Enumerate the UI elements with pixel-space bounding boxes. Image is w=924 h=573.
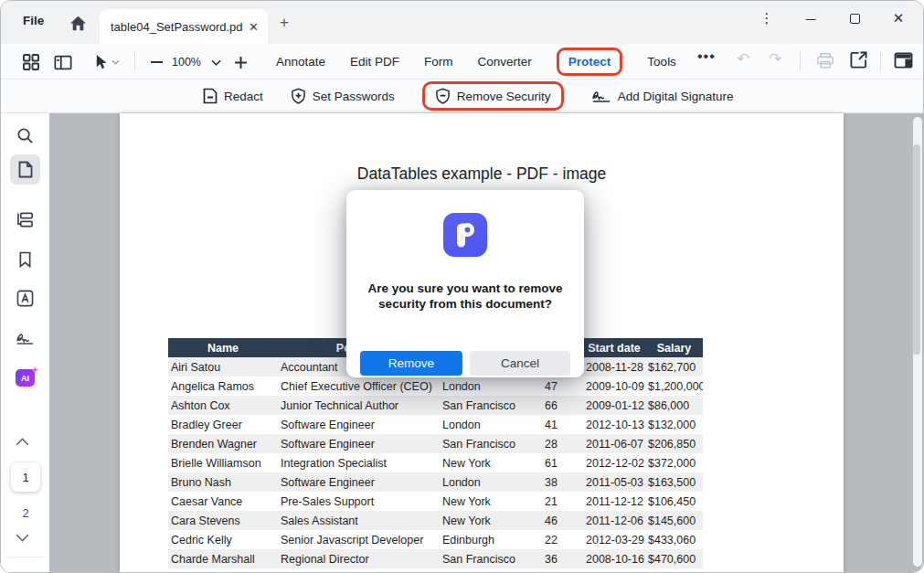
cell-name: Charde Marshall [168,553,278,566]
sidebar-item-thumbnails[interactable] [10,154,40,185]
cell-name: Angelica Ramos [168,380,278,393]
page-number-next[interactable]: 2 [11,502,40,524]
cell-age: 66 [542,399,583,412]
close-window-button[interactable]: ✕ [890,10,907,27]
table-row: Bradley Greer Software Engineer London 4… [168,415,703,434]
chevron-down-icon [211,59,221,66]
undo-icon[interactable]: ↶ [737,49,749,69]
table-row: Charde Marshall Regional Director San Fr… [168,549,703,568]
cell-salary: $433,060 [645,534,703,546]
outline-tree-icon [16,212,34,228]
sidebar-item-signatures[interactable] [10,324,40,354]
shield-minus-icon [435,88,451,104]
table-row: Angelica Ramos Chief Executive Officer (… [168,377,703,396]
cell-name: Brenden Wagner [168,438,278,451]
select-tool-button[interactable] [91,52,122,72]
cell-position: Software Engineer [278,419,440,431]
ai-icon: AI✦ [16,369,35,387]
cell-name: Ashton Cox [168,399,278,412]
shield-plus-icon [291,88,306,104]
signature-icon [16,332,36,345]
tab-protect[interactable]: Protect [557,48,623,76]
remove-security-button[interactable]: Remove Security [422,81,564,111]
sidebar-item-ai-assistant[interactable]: AI✦ [10,363,40,393]
cell-office: San Francisco [440,438,542,451]
file-menu[interactable]: File [23,14,44,27]
chevron-up-icon [16,438,29,446]
sidebar-item-search[interactable] [10,121,40,151]
thumbnail-grid-button[interactable] [20,52,42,72]
redact-label: Redact [224,90,263,103]
sidebar-divider [8,557,43,557]
remove-security-label: Remove Security [457,90,551,103]
redact-button[interactable]: Redact [203,88,263,104]
zoom-dropdown-button[interactable] [208,52,223,72]
cell-name: Bruno Nash [168,476,278,489]
layout-icon [894,52,913,69]
vertical-scrollbar[interactable] [913,117,922,567]
cell-office: San Francisco [440,553,542,566]
tab-close-icon[interactable]: ✕ [249,20,259,34]
previous-page-button[interactable] [16,438,29,446]
tab-title: table04_SetPassword.pdf [111,20,243,34]
zoom-in-button[interactable] [231,52,250,72]
new-tab-button[interactable]: + [280,16,289,29]
more-menu-icon[interactable]: ⋮ [759,10,775,27]
cell-salary: $86,000 [645,399,703,412]
cell-age: 28 [542,438,583,451]
table-row: Bruno Nash Software Engineer London 38 2… [168,472,703,492]
cell-start-date: 2009-01-12 [583,399,645,412]
cell-name: Cara Stevens [168,515,278,527]
protect-toolbar-items: Redact Set Passwords Remove Security Add… [203,80,733,112]
print-button[interactable] [816,52,834,69]
zoom-level[interactable]: 100% [169,56,204,69]
pdfgear-logo [443,213,487,257]
sidebar-toggle-button[interactable] [52,52,74,72]
toolbar-separator [800,52,801,70]
cell-position: Pre-Sales Support [278,495,440,508]
cancel-button[interactable]: Cancel [470,351,570,376]
tab-annotate[interactable]: Annotate [276,55,325,69]
home-button[interactable] [67,13,89,33]
table-row: Cara Stevens Sales Assistant New York 46… [168,511,703,530]
cell-name: Brielle Williamson [168,457,278,470]
redact-icon [203,88,218,104]
share-export-icon [850,51,867,69]
scrollbar-thumb[interactable] [913,144,920,355]
sidebar-item-annotations[interactable] [10,283,40,313]
export-button[interactable] [850,51,867,69]
cell-position: Regional Director [278,553,440,566]
page-number-current[interactable]: 1 [11,462,40,492]
cursor-arrow-icon [94,54,108,70]
more-tools-icon[interactable]: ••• [697,48,716,65]
cell-start-date: 2009-10-09 [583,380,645,393]
document-tab[interactable]: table04_SetPassword.pdf ✕ [100,9,268,44]
toolbar-separator [134,52,135,70]
cell-position: Chief Executive Officer (CEO) [278,380,440,393]
minimize-button[interactable]: ─ [802,11,819,27]
cell-office: London [440,380,542,393]
cell-start-date: 2012-03-29 [583,534,645,546]
tab-edit-pdf[interactable]: Edit PDF [350,55,399,69]
zoom-out-button[interactable] [147,52,165,72]
cell-age: 21 [542,495,583,508]
tab-form[interactable]: Form [424,55,453,69]
cell-office: New York [440,515,542,527]
tab-converter[interactable]: Converter [478,55,532,69]
sidebar-item-bookmarks[interactable] [10,244,40,274]
set-passwords-button[interactable]: Set Passwords [291,88,395,104]
add-digital-signature-button[interactable]: Add Digital Signature [591,89,734,103]
cell-office: London [440,476,542,489]
sidebar-item-outline[interactable] [10,205,40,235]
maximize-button[interactable] [846,11,863,27]
cell-salary: $163,500 [645,476,703,489]
cell-age: 47 [542,380,583,393]
next-page-button[interactable] [16,534,29,542]
tab-tools[interactable]: Tools [647,55,676,69]
redo-icon[interactable]: ↷ [769,49,781,69]
table-row: Caesar Vance Pre-Sales Support New York … [168,492,703,511]
cell-age: 38 [542,476,583,489]
reading-layout-button[interactable] [894,52,913,69]
remove-button[interactable]: Remove [360,351,462,376]
left-sidebar: AI✦ 1 2 [1,113,49,572]
